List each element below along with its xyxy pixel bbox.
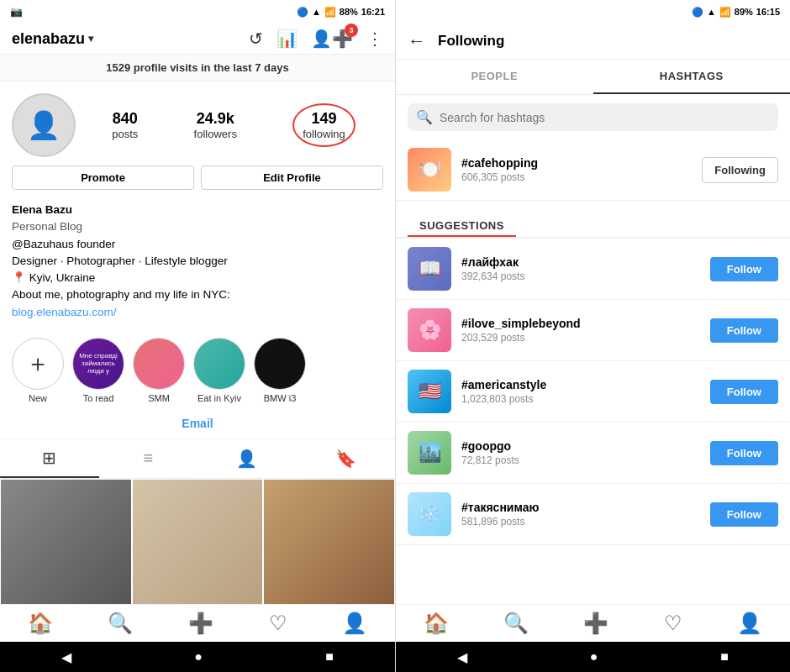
android-recents-left[interactable]: ■: [325, 649, 334, 664]
follow-button-2[interactable]: Follow: [710, 380, 778, 404]
story-to-read[interactable]: Мне справді займались люди у To read: [72, 338, 124, 403]
nav-profile-right[interactable]: 👤: [737, 612, 762, 635]
username-area[interactable]: elenabazu ▾: [12, 30, 93, 48]
history-icon[interactable]: ↺: [249, 29, 263, 49]
notifications-icon[interactable]: 👤➕ 3: [311, 29, 353, 49]
follow-button-0[interactable]: Follow: [710, 257, 778, 281]
story-new-circle: ＋: [12, 338, 64, 390]
nav-home-left[interactable]: 🏠: [28, 612, 53, 635]
search-bar[interactable]: 🔍: [408, 103, 778, 131]
tab-tag[interactable]: 👤: [198, 439, 297, 478]
photo-cell-1[interactable]: [0, 479, 132, 604]
search-input-hashtags[interactable]: [440, 111, 770, 124]
tab-bookmark[interactable]: 🔖: [297, 439, 396, 478]
menu-icon[interactable]: ⋮: [366, 29, 383, 49]
photos-grid: [0, 479, 395, 604]
suggestion-thumb-1: 🌸: [408, 308, 451, 352]
tab-grid[interactable]: ⊞: [0, 439, 99, 478]
story-new-label: New: [29, 393, 47, 403]
dropdown-arrow-icon: ▾: [88, 33, 93, 45]
bio-link[interactable]: blog.elenabazu.com/: [12, 306, 117, 318]
stats-row: 840 posts 24.9k followers 149 following: [84, 103, 383, 147]
avatar: 👤: [12, 93, 76, 157]
follow-button-4[interactable]: Follow: [710, 502, 778, 527]
cafehopping-info: #cafehopping 606,305 posts: [461, 156, 692, 183]
tab-list[interactable]: ≡: [99, 439, 198, 478]
notification-badge: 3: [345, 24, 358, 37]
wifi-icon: ▲: [312, 7, 321, 17]
android-home-right[interactable]: ●: [590, 649, 598, 664]
camera-icon: 📷: [10, 6, 23, 18]
bottom-nav-left: 🏠 🔍 ➕ ♡ 👤: [0, 604, 395, 642]
email-button[interactable]: Email: [0, 412, 395, 438]
profile-buttons: Promote Edit Profile: [0, 165, 395, 198]
nav-search-right[interactable]: 🔍: [503, 612, 529, 635]
story-eat[interactable]: Eat in Kyiv: [193, 338, 245, 403]
following-stat[interactable]: 149 following: [292, 103, 356, 147]
story-bmw-circle: [254, 338, 306, 390]
photo-2: [133, 480, 263, 604]
visits-text: profile visits in the last 7 days: [134, 61, 289, 74]
bluetooth-icon-right: 🔵: [692, 7, 703, 18]
following-hashtag-row: 🍽️ #cafehopping 606,305 posts Following: [396, 139, 790, 201]
status-left-info: 📷: [10, 6, 23, 18]
nav-heart-left[interactable]: ♡: [269, 612, 287, 635]
follow-button-3[interactable]: Follow: [710, 441, 778, 465]
suggestion-name-1: #ilove_simplebeyond: [461, 317, 700, 330]
android-home-left[interactable]: ●: [194, 649, 203, 664]
suggestion-row-1: 🌸 #ilove_simplebeyond 203,529 posts Foll…: [396, 300, 790, 361]
android-recents-right[interactable]: ■: [720, 649, 729, 664]
stories-row: ＋ New Мне справді займались люди у To re…: [0, 329, 395, 412]
bio-line3: 📍 Kyiv, Ukraine: [12, 270, 383, 286]
photo-cell-3[interactable]: [263, 479, 395, 604]
nav-profile-left[interactable]: 👤: [342, 612, 367, 635]
android-back-right[interactable]: ◀: [457, 649, 467, 665]
nav-home-right[interactable]: 🏠: [424, 612, 449, 635]
edit-profile-button[interactable]: Edit Profile: [201, 165, 383, 190]
suggestion-name-0: #лайфхак: [461, 255, 700, 269]
suggestion-posts-4: 581,896 posts: [461, 516, 700, 528]
suggestion-name-4: #такяснимаю: [461, 501, 700, 514]
cafehopping-thumb: 🍽️: [408, 148, 451, 192]
top-bar-left: elenabazu ▾ ↺ 📊 👤➕ 3 ⋮: [0, 24, 395, 55]
battery-left: 88%: [340, 7, 358, 17]
tabs-right: PEOPLE HASHTAGS: [396, 60, 790, 95]
posts-stat[interactable]: 840 posts: [112, 110, 138, 140]
battery-right: 89%: [735, 7, 753, 17]
story-smm[interactable]: SMM: [133, 338, 185, 403]
suggestion-row-0: 📖 #лайфхак 392,634 posts Follow: [396, 239, 790, 300]
bio-name: Elena Bazu: [12, 202, 383, 218]
suggestion-row-3: 🏙️ #goopgo 72,812 posts Follow: [396, 423, 790, 484]
suggestion-info-1: #ilove_simplebeyond 203,529 posts: [461, 317, 700, 344]
posts-number: 840: [112, 110, 138, 128]
followers-stat[interactable]: 24.9k followers: [194, 110, 237, 140]
follow-button-1[interactable]: Follow: [710, 318, 778, 343]
nav-search-left[interactable]: 🔍: [108, 612, 133, 635]
suggestion-info-0: #лайфхак 392,634 posts: [461, 255, 700, 282]
posts-label: posts: [112, 128, 138, 140]
wifi-icon-right: ▲: [707, 7, 716, 17]
story-bmw[interactable]: BMW i3: [254, 338, 306, 403]
suggestion-thumb-0: 📖: [408, 247, 451, 291]
following-button[interactable]: Following: [702, 157, 778, 183]
suggestion-posts-0: 392,634 posts: [461, 270, 700, 282]
back-arrow-icon[interactable]: ←: [408, 30, 426, 52]
tab-people[interactable]: PEOPLE: [396, 60, 593, 94]
nav-heart-right[interactable]: ♡: [664, 612, 682, 635]
left-panel: 📷 🔵 ▲ 📶 88% 16:21 elenabazu ▾ ↺ 📊 👤➕ 3 ⋮…: [0, 0, 395, 672]
nav-add-left[interactable]: ➕: [188, 612, 213, 635]
analytics-icon[interactable]: 📊: [276, 29, 298, 49]
suggestion-row-2: 🇺🇸 #americanstyle 1,023,803 posts Follow: [396, 361, 790, 423]
story-eat-circle: [193, 338, 245, 390]
promote-button[interactable]: Promote: [12, 165, 194, 190]
suggestion-posts-3: 72,812 posts: [461, 454, 700, 466]
story-to-read-label: To read: [83, 393, 114, 403]
photo-cell-2[interactable]: [132, 479, 264, 604]
android-back-left[interactable]: ◀: [61, 649, 71, 665]
tab-hashtags[interactable]: HASHTAGS: [593, 60, 791, 94]
nav-add-right[interactable]: ➕: [583, 612, 608, 635]
suggestion-info-2: #americanstyle 1,023,803 posts: [461, 378, 700, 405]
suggestion-thumb-2: 🇺🇸: [408, 370, 451, 413]
suggestion-info-3: #goopgo 72,812 posts: [461, 439, 700, 466]
story-new[interactable]: ＋ New: [12, 338, 64, 403]
